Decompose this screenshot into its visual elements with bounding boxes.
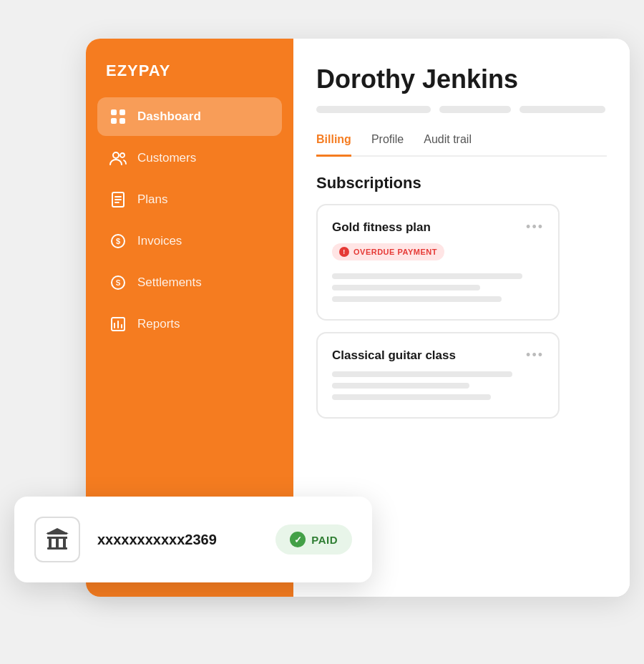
svg-rect-23 <box>63 539 66 547</box>
svg-point-5 <box>120 153 125 157</box>
svg-rect-1 <box>119 109 125 115</box>
skeleton-bar-3 <box>519 106 605 113</box>
svg-text:$: $ <box>116 237 120 245</box>
card-name: Gold fitness plan <box>332 220 431 235</box>
sidebar-item-label: Invoices <box>137 234 182 248</box>
sidebar-item-customers[interactable]: Customers <box>97 139 282 177</box>
svg-rect-22 <box>56 539 59 547</box>
paid-check-icon: ✓ <box>290 532 306 547</box>
subscription-card-gold: Gold fitness plan ••• ! OVERDUE PAYMENT <box>316 204 560 321</box>
section-title: Subscriptions <box>316 174 607 192</box>
account-number: xxxxxxxxxxx2369 <box>97 532 258 548</box>
svg-rect-0 <box>111 109 117 115</box>
overdue-icon: ! <box>339 247 349 257</box>
payment-popup: xxxxxxxxxxx2369 ✓ PAID <box>14 497 372 582</box>
svg-rect-2 <box>111 118 117 124</box>
svg-rect-3 <box>119 118 125 124</box>
skel-line-6 <box>332 394 491 400</box>
sidebar-item-plans[interactable]: Plans <box>97 180 282 219</box>
card-header-2: Classical guitar class ••• <box>332 348 544 363</box>
sidebar-item-label: Dashboard <box>137 109 201 124</box>
svg-rect-24 <box>47 547 67 550</box>
bank-icon-box <box>34 517 80 562</box>
skeleton-bar-1 <box>316 106 431 113</box>
sidebar-item-label: Reports <box>137 317 180 331</box>
skel-line-2 <box>332 285 480 290</box>
sidebar-item-label: Plans <box>137 192 168 207</box>
svg-marker-20 <box>46 528 69 534</box>
paid-badge: ✓ PAID <box>275 524 352 555</box>
skel-line-1 <box>332 273 522 279</box>
brand-logo: EZYPAY <box>106 62 273 80</box>
sidebar-item-reports[interactable]: Reports <box>97 305 282 343</box>
svg-text:S: S <box>116 279 121 287</box>
more-options-button-2[interactable]: ••• <box>526 348 544 363</box>
overdue-text: OVERDUE PAYMENT <box>353 248 437 256</box>
sidebar-item-invoices[interactable]: $ Invoices <box>97 222 282 260</box>
tab-billing[interactable]: Billing <box>316 127 351 157</box>
card-header: Gold fitness plan ••• <box>332 220 544 235</box>
page-title: Dorothy Jenkins <box>316 64 607 94</box>
skel-line-3 <box>332 296 502 302</box>
dashboard-icon <box>109 107 127 126</box>
subscription-card-guitar: Classical guitar class ••• <box>316 332 560 419</box>
skeleton-bar-2 <box>439 106 511 113</box>
svg-point-4 <box>113 152 119 158</box>
sidebar-item-settlements[interactable]: S Settlements <box>97 263 282 302</box>
plans-icon <box>109 190 127 209</box>
svg-rect-18 <box>47 537 67 539</box>
svg-rect-21 <box>49 539 52 547</box>
bank-icon <box>44 527 70 552</box>
card-name-2: Classical guitar class <box>332 348 456 363</box>
tabs: Billing Profile Audit trail <box>316 127 607 157</box>
overdue-badge: ! OVERDUE PAYMENT <box>332 243 444 260</box>
sidebar-item-dashboard[interactable]: Dashboard <box>97 97 282 136</box>
tab-audit-trail[interactable]: Audit trail <box>424 127 472 157</box>
skel-line-4 <box>332 371 512 377</box>
tab-profile[interactable]: Profile <box>371 127 404 157</box>
card-skeleton <box>332 273 544 302</box>
reports-icon <box>109 315 127 333</box>
card-skeleton-2 <box>332 371 544 400</box>
customers-icon <box>109 149 127 167</box>
skel-line-5 <box>332 383 469 389</box>
settlements-icon: S <box>109 273 127 292</box>
more-options-button[interactable]: ••• <box>526 220 544 235</box>
nav-items: Dashboard Customers <box>86 97 293 346</box>
invoices-icon: $ <box>109 232 127 250</box>
paid-text: PAID <box>311 534 338 546</box>
sidebar-item-label: Settlements <box>137 275 202 290</box>
sidebar-item-label: Customers <box>137 151 196 165</box>
logo-area: EZYPAY <box>86 39 293 97</box>
skeleton-row <box>316 106 607 113</box>
